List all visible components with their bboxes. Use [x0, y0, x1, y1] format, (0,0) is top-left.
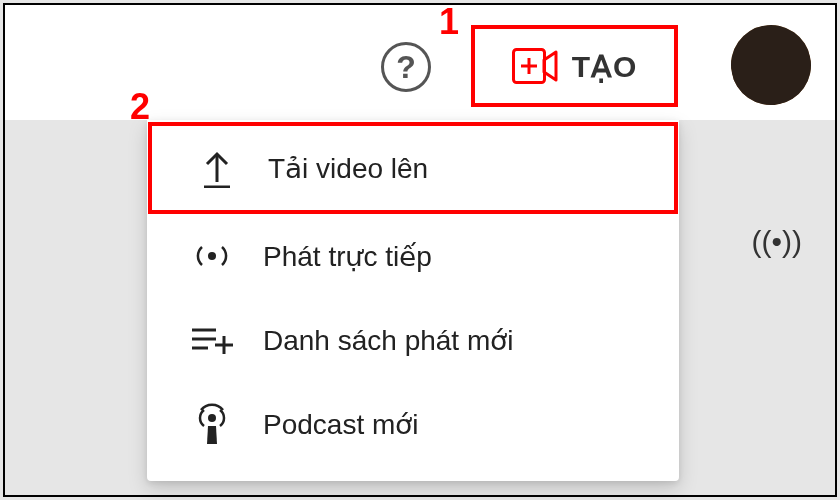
help-icon: ?	[396, 49, 416, 86]
menu-item-label: Podcast mới	[263, 408, 643, 441]
help-button[interactable]: ?	[381, 42, 431, 92]
podcast-icon	[189, 401, 235, 447]
create-dropdown-menu: Tải video lên Phát trực tiếp	[147, 120, 679, 481]
annotation-callout-1: 1	[439, 1, 459, 43]
create-button[interactable]: TẠO	[471, 25, 678, 107]
background-live-icon: ((•))	[752, 225, 802, 259]
create-video-icon	[512, 48, 558, 84]
live-broadcast-icon	[189, 233, 235, 279]
create-button-label: TẠO	[572, 49, 638, 84]
menu-item-new-playlist[interactable]: Danh sách phát mới	[147, 298, 679, 382]
menu-item-go-live[interactable]: Phát trực tiếp	[147, 214, 679, 298]
screenshot-frame: ((•)) ? 1 2 TẠO Tải	[3, 3, 837, 497]
menu-item-upload-video[interactable]: Tải video lên	[148, 122, 678, 214]
svg-point-5	[208, 252, 216, 260]
menu-item-new-podcast[interactable]: Podcast mới	[147, 382, 679, 466]
upload-icon	[194, 145, 240, 191]
menu-item-label: Phát trực tiếp	[263, 240, 643, 273]
svg-point-11	[208, 414, 216, 422]
menu-item-label: Danh sách phát mới	[263, 324, 643, 357]
menu-item-label: Tải video lên	[268, 152, 638, 185]
playlist-add-icon	[189, 317, 235, 363]
